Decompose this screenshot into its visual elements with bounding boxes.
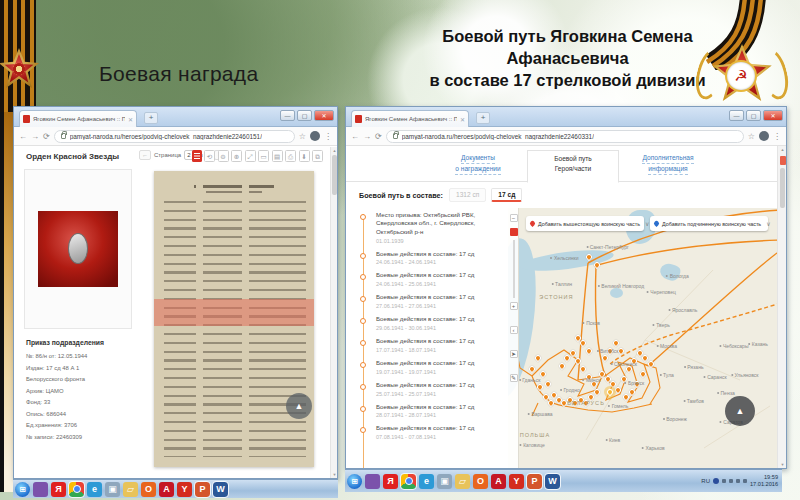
viewer-tool-icon[interactable]: ▤ — [272, 150, 283, 162]
acrobat-icon[interactable]: A — [491, 474, 506, 489]
timeline-item[interactable]: Боевые действия в составе: 17 сд25.07.19… — [346, 378, 508, 400]
close-button[interactable]: ✕ — [763, 110, 783, 121]
scroll-down-arrow[interactable]: ▼ — [780, 462, 785, 467]
url-input[interactable]: pamyat-naroda.ru/heroes/podvig-chelovek_… — [386, 130, 744, 143]
zoom-in-button[interactable]: + — [510, 302, 518, 310]
zoom-slider[interactable] — [513, 240, 515, 298]
powerpoint-icon[interactable]: P — [527, 474, 542, 489]
scroll-down-arrow[interactable]: ▼ — [332, 472, 337, 477]
selected-region-marker[interactable] — [510, 228, 518, 236]
reload-icon[interactable]: ⟳ — [43, 132, 50, 141]
scanned-document[interactable] — [154, 171, 314, 467]
clock[interactable]: 19:5917.01.2016 — [750, 474, 778, 488]
yandex-icon[interactable]: Я — [51, 482, 66, 497]
tab-close-icon[interactable]: ✕ — [128, 116, 133, 123]
timeline-item[interactable]: Боевые действия в составе: 17 сд19.07.19… — [346, 356, 508, 378]
new-tab-button[interactable]: + — [476, 112, 490, 124]
timeline-item[interactable]: Боевые действия в составе: 17 сд24.06.19… — [346, 268, 508, 290]
acrobat-icon[interactable]: A — [159, 482, 174, 497]
viewer-tool-icon[interactable]: ⎙ — [285, 150, 296, 162]
profile-avatar[interactable] — [310, 131, 320, 141]
left-browser-tab[interactable]: Яговкин Семен Афанасьевич :: П ✕ — [19, 110, 137, 127]
word-icon[interactable]: W — [213, 482, 228, 497]
tab-close-icon[interactable]: ✕ — [460, 116, 465, 123]
forward-icon[interactable]: → — [31, 132, 39, 141]
word-icon[interactable]: W — [545, 474, 560, 489]
combat-path-map[interactable]: ХельсинкиСанкт-ПетербургТаллинЭСТОНИЯВел… — [508, 208, 777, 468]
viewer-tool-icon[interactable]: ▭ — [258, 150, 269, 162]
powerpoint-icon[interactable]: P — [195, 482, 210, 497]
viewer-tool-icon[interactable]: ⊖ — [218, 150, 229, 162]
viewer-tool-icon[interactable]: ⟲ — [204, 150, 215, 162]
left-scrollbar[interactable]: ▲ ▼ — [330, 147, 337, 478]
profile-avatar[interactable] — [759, 131, 769, 141]
site-tab-additional-info[interactable]: Дополнительнаяинформация — [622, 150, 714, 183]
bookmark-star-icon[interactable]: ☆ — [748, 132, 755, 141]
add-subordinate-unit-dropdown[interactable]: Добавить подчиненную воинскую часть∨ — [650, 216, 768, 231]
timeline-item[interactable]: Боевые действия в составе: 17 сд29.06.19… — [346, 312, 508, 334]
timeline-item[interactable]: Боевые действия в составе: 17 сд07.08.19… — [346, 421, 508, 443]
zoom-out-button[interactable]: − — [510, 214, 518, 222]
yandex-icon[interactable]: Я — [383, 474, 398, 489]
timeline-item[interactable]: Боевые действия в составе: 17 сд27.06.19… — [346, 290, 508, 312]
purple-app-icon[interactable] — [365, 474, 380, 489]
right-titlebar[interactable]: Яговкин Семен Афанасьевич :: П ✕ + — ▢ ✕ — [346, 107, 786, 127]
viewer-tool-icon[interactable]: ⧉ — [312, 150, 323, 162]
unit-button-17-сд[interactable]: 17 сд — [491, 188, 522, 202]
menu-kebab-icon[interactable]: ⋮ — [324, 132, 332, 141]
right-scrollbar[interactable]: ▲ ▼ — [777, 146, 786, 468]
reload-icon[interactable]: ⟳ — [375, 132, 382, 141]
timeline-item[interactable]: Боевые действия в составе: 17 сд28.07.19… — [346, 400, 508, 422]
ybrowser-icon[interactable]: Y — [509, 474, 524, 489]
bookmark-star-icon[interactable]: ☆ — [299, 132, 306, 141]
scroll-thumb[interactable] — [332, 155, 337, 195]
back-icon[interactable]: ← — [351, 132, 359, 141]
start-button[interactable]: ⊞ — [347, 474, 362, 489]
minimize-button[interactable]: — — [729, 110, 744, 121]
scroll-thumb[interactable] — [780, 168, 785, 208]
collapse-panel-icon[interactable]: ‹ — [510, 326, 518, 334]
scroll-up-arrow[interactable]: ▲ — [780, 147, 785, 152]
tray-icon[interactable] — [743, 479, 747, 483]
back-icon[interactable]: ← — [19, 132, 27, 141]
ie-icon[interactable]: e — [87, 482, 102, 497]
scroll-to-top-button[interactable]: ▲ — [286, 393, 312, 419]
site-tab-documents[interactable]: Документыо награждении — [432, 150, 524, 183]
opera-icon[interactable]: O — [473, 474, 488, 489]
maximize-button[interactable]: ▢ — [297, 110, 312, 121]
folder-icon[interactable]: ▱ — [455, 474, 470, 489]
scroll-up-arrow[interactable]: ▲ — [332, 148, 337, 153]
add-superior-unit-dropdown[interactable]: Добавить вышестоящую воинскую часть∨ — [526, 216, 644, 231]
pdf-download-icon[interactable] — [192, 150, 202, 162]
forward-icon[interactable]: → — [363, 132, 371, 141]
timeline-item[interactable]: Место призыва: Октябрьский РВК, Свердлов… — [346, 208, 508, 247]
tray-app-icon[interactable] — [713, 478, 719, 484]
maximize-button[interactable]: ▢ — [746, 110, 761, 121]
computer-icon[interactable]: ▣ — [105, 482, 120, 497]
viewer-tool-icon[interactable]: ⬇ — [299, 150, 310, 162]
start-button[interactable]: ⊞ — [15, 482, 30, 497]
new-tab-button[interactable]: + — [144, 112, 158, 124]
viewer-tool-icon[interactable]: ⤢ — [245, 150, 256, 162]
chrome-icon[interactable] — [69, 482, 84, 497]
close-button[interactable]: ✕ — [314, 110, 334, 121]
scroll-to-top-button[interactable]: ▲ — [725, 396, 755, 426]
minimize-button[interactable]: — — [280, 110, 295, 121]
ruler-icon[interactable]: ✎ — [510, 374, 518, 382]
opera-icon[interactable]: O — [141, 482, 156, 497]
page-prev-button[interactable]: ← — [139, 150, 151, 160]
timeline-item[interactable]: Боевые действия в составе: 17 сд24.06.19… — [346, 247, 508, 269]
tray-icon[interactable] — [736, 479, 740, 483]
site-tab-combat-path[interactable]: Боевой путьГероя/части — [527, 150, 619, 183]
ie-icon[interactable]: e — [419, 474, 434, 489]
chrome-icon[interactable] — [401, 474, 416, 489]
timeline-item[interactable]: Боевые действия в составе: 17 сд17.07.19… — [346, 334, 508, 356]
tray-icon[interactable] — [722, 479, 726, 483]
unit-button-1312-сп[interactable]: 1312 сп — [449, 188, 486, 202]
computer-icon[interactable]: ▣ — [437, 474, 452, 489]
left-titlebar[interactable]: Яговкин Семен Афанасьевич :: П ✕ + — ▢ ✕ — [14, 107, 337, 127]
ybrowser-icon[interactable]: Y — [177, 482, 192, 497]
right-browser-tab[interactable]: Яговкин Семен Афанасьевич :: П ✕ — [351, 110, 469, 127]
language-indicator[interactable]: RU — [701, 478, 710, 484]
folder-icon[interactable]: ▱ — [123, 482, 138, 497]
